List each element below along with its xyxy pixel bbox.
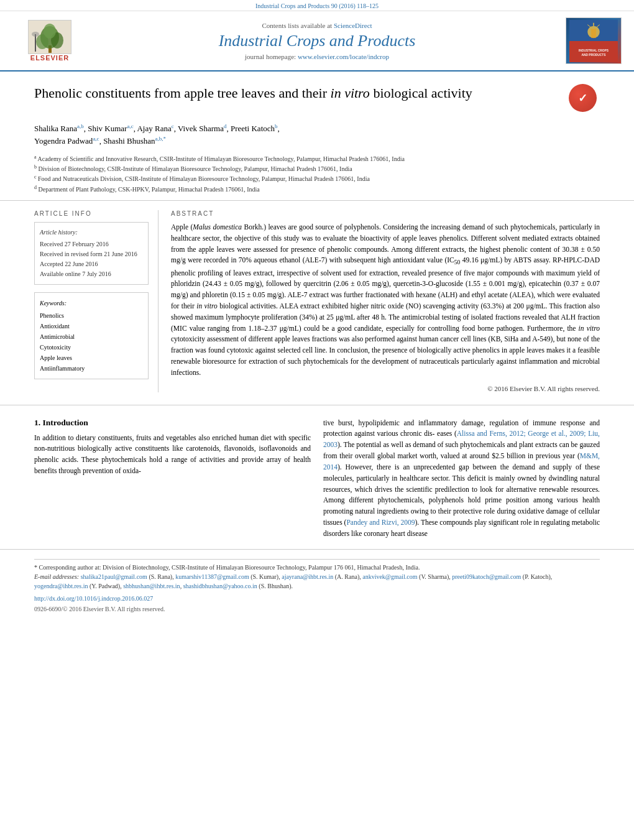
keyword-antiinflammatory: Antiinflammatory (40, 363, 143, 374)
email-srana[interactable]: shalika21paul@gmail.com (81, 573, 147, 580)
keyword-apple-leaves: Apple leaves (40, 353, 143, 363)
intro-heading: 1. Introduction (34, 418, 311, 428)
journal-homepage: journal homepage: www.elsevier.com/locat… (87, 53, 547, 60)
article-title-end: biological activity (370, 85, 472, 101)
email-ypadwad[interactable]: yogendra@ihbt.res.in (34, 583, 88, 589)
ref-alissa[interactable]: Alissa and Ferns, 2012; George et al., 2… (323, 430, 600, 448)
article-title-italic: in vitro (331, 85, 370, 101)
author-sup-4: d (224, 123, 227, 129)
journal-logo-right: INDUSTRIAL CROPS AND PRODUCTS (566, 17, 622, 64)
author-sup-5: b (275, 123, 278, 129)
article-title-regular: Phenolic constituents from apple tree le… (34, 85, 331, 101)
keywords-label: Keywords: (40, 298, 143, 308)
abstract-text: Apple (Malus domestica Borkh.) leaves ar… (171, 222, 600, 379)
doi-line: http://dx.doi.org/10.1016/j.indcrop.2016… (34, 594, 600, 603)
footnote-divider (34, 559, 600, 560)
corresponding-author-note: * Corresponding author at: Division of B… (34, 563, 600, 572)
article-info-col: ARTICLE INFO Article history: Received 2… (34, 210, 158, 392)
svg-text:INDUSTRIAL CROPS: INDUSTRIAL CROPS (579, 48, 609, 52)
elsevier-tree-image (28, 20, 71, 54)
copyright-footer: 0926-6690/© 2016 Elsevier B.V. All right… (34, 604, 600, 614)
abstract-copyright: © 2016 Elsevier B.V. All rights reserved… (171, 385, 600, 392)
author-sup-2: a,c (127, 123, 133, 129)
homepage-text: journal homepage: (245, 53, 296, 60)
journal-title: Industrial Crops and Products (87, 32, 547, 50)
intro-left-text: In addition to dietary constituents, fru… (34, 433, 311, 477)
in-vitro-italic-abstract: in vitro (196, 302, 218, 310)
corresponding-text: Corresponding author at: Division of Bio… (39, 564, 420, 571)
sciencedirect-link[interactable]: ScienceDirect (334, 22, 372, 29)
article-info-label: ARTICLE INFO (34, 210, 149, 217)
crossmark-badge[interactable]: ✓ (569, 84, 600, 115)
author-sup-1: a,b (77, 123, 84, 129)
email-vsharma[interactable]: ankvivek@gmail.com (362, 573, 417, 580)
email-sbhushan1[interactable]: shbhushan@ihbt.res.in (123, 583, 180, 589)
keywords-box: Keywords: Phenolics Antioxidant Antimicr… (34, 292, 149, 379)
svg-point-6 (32, 32, 39, 37)
history-title: Article history: (40, 228, 143, 238)
title-row: Phenolic constituents from apple tree le… (34, 84, 600, 115)
journal-logo-svg: INDUSTRIAL CROPS AND PRODUCTS (569, 19, 618, 63)
journal-logo-area: INDUSTRIAL CROPS AND PRODUCTS (547, 17, 622, 64)
keyword-cytotoxicity: Cytotoxicity (40, 342, 143, 353)
intro-title: Introduction (43, 418, 88, 427)
svg-text:AND PRODUCTS: AND PRODUCTS (581, 53, 606, 57)
introduction-section: 1. Introduction In addition to dietary c… (0, 408, 634, 549)
crossmark-icon: ✓ (569, 84, 597, 112)
corresponding-asterisk: * (34, 564, 39, 571)
affiliation-a: a Academy of Scientific and Innovative R… (34, 154, 600, 164)
journal-bar: Industrial Crops and Products 90 (2016) … (0, 0, 634, 11)
header: ELSEVIER Contents lists available at Sci… (0, 11, 634, 72)
svg-rect-5 (35, 34, 36, 52)
intro-left-col: 1. Introduction In addition to dietary c… (34, 418, 311, 540)
available-date: Available online 7 July 2016 (40, 269, 143, 279)
email-label: E-mail addresses: (34, 573, 79, 580)
keyword-antimicrobial: Antimicrobial (40, 331, 143, 342)
affiliation-c: c Food and Nutraceuticals Division, CSIR… (34, 173, 600, 183)
journal-homepage-link[interactable]: www.elsevier.com/locate/indcrop (298, 53, 389, 60)
affiliation-d: d Department of Plant Pathology, CSK-HPK… (34, 184, 600, 194)
keyword-phenolics: Phenolics (40, 310, 143, 321)
article-title: Phenolic constituents from apple tree le… (34, 84, 559, 103)
svg-point-4 (44, 24, 56, 39)
author-sup-6: a,c (93, 136, 99, 142)
abstract-label: ABSTRACT (171, 210, 600, 217)
svg-rect-11 (591, 29, 596, 38)
article-history-box: Article history: Received 27 February 20… (34, 222, 149, 285)
email-pkatoch[interactable]: preeti09katoch@gmail.com (452, 573, 521, 580)
intro-right-col: tive burst, hypolipidemic and inflammato… (323, 418, 600, 540)
abstract-col: ABSTRACT Apple (Malus domestica Borkh.) … (171, 210, 600, 392)
article-header: Phenolic constituents from apple tree le… (0, 72, 634, 201)
author-sup-7: a,b,* (155, 136, 167, 142)
elsevier-tree-svg (30, 22, 70, 53)
received-date: Received 27 February 2016 (40, 239, 143, 249)
intro-number: 1. (34, 418, 40, 427)
email-skumar[interactable]: kumarshiv11387@gmail.com (175, 573, 249, 580)
authors-list: Shalika Ranaa,b, Shiv Kumara,c, Ajay Ran… (34, 122, 600, 147)
ref-mm[interactable]: M&M, 2014 (323, 452, 600, 471)
affiliation-b: b Division of Biotechnology, CSIR-Instit… (34, 164, 600, 173)
malus-domestica-italic: Malus domestica (193, 223, 242, 231)
ic50-sub: 50 (454, 259, 461, 266)
contents-availability: Contents lists available at ScienceDirec… (87, 22, 547, 29)
doi-link[interactable]: http://dx.doi.org/10.1016/j.indcrop.2016… (34, 595, 153, 602)
author-sup-3: c (172, 123, 174, 129)
elsevier-brand-text: ELSEVIER (30, 54, 69, 62)
ref-pandey[interactable]: Pandey and Rizvi, 2009 (346, 519, 415, 526)
keyword-antioxidant: Antioxidant (40, 321, 143, 331)
accepted-date: Accepted 22 June 2016 (40, 259, 143, 269)
header-center: Contents lists available at ScienceDirec… (87, 22, 547, 60)
section-divider (0, 405, 634, 405)
email-line: E-mail addresses: shalika21paul@gmail.co… (34, 572, 600, 591)
footnote-area: * Corresponding author at: Division of B… (0, 549, 634, 620)
elsevier-logo: ELSEVIER (12, 20, 87, 62)
received-revised-date: Received in revised form 21 June 2016 (40, 249, 143, 259)
intro-right-text: tive burst, hypolipidemic and inflammato… (323, 418, 600, 540)
elsevier-logo-area: ELSEVIER (12, 20, 87, 62)
email-sbhushan2[interactable]: shashidbhushan@yahoo.co.in (183, 583, 257, 589)
journal-citation: Industrial Crops and Products 90 (2016) … (255, 2, 379, 9)
article-info-abstract-section: ARTICLE INFO Article history: Received 2… (0, 201, 634, 402)
email-arana[interactable]: ajayrana@ihbt.res.in (282, 573, 333, 580)
affiliations: a Academy of Scientific and Innovative R… (34, 154, 600, 194)
contents-text: Contents lists available at (262, 22, 332, 29)
